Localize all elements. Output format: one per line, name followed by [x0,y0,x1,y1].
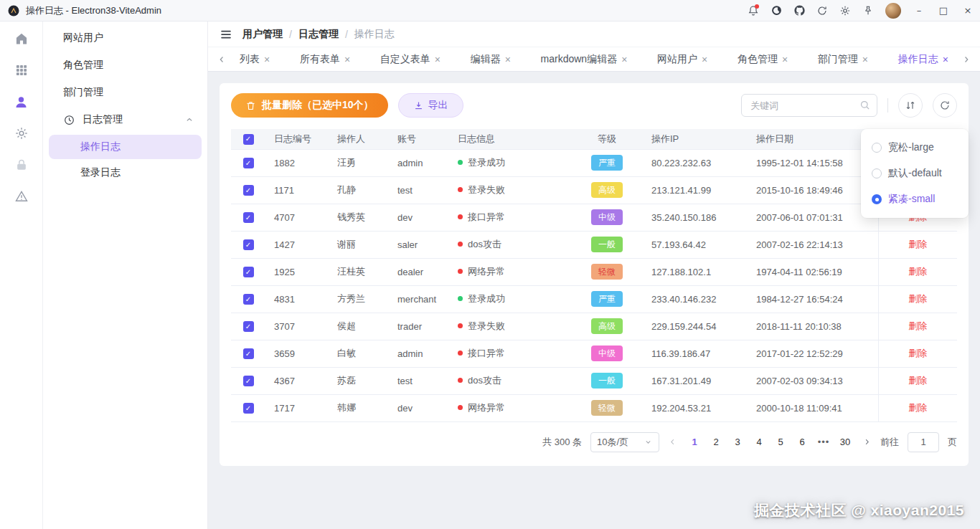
sidebar-item-operation-log[interactable]: 操作日志 [49,135,202,159]
row-checkbox[interactable]: ✓ [243,321,254,332]
cell-message: dos攻击 [449,367,571,394]
refresh-table-button[interactable] [933,93,957,118]
keyword-search-input[interactable] [741,94,877,117]
close-icon[interactable]: × [702,54,707,65]
level-badge: 一般 [591,373,623,389]
page-number-5[interactable]: 5 [772,437,789,447]
cell-operator: 钱秀英 [329,204,389,231]
row-checkbox[interactable]: ✓ [243,212,254,223]
page-size-select[interactable]: 10条/页 [590,432,659,452]
breadcrumb-item-user-management[interactable]: 用户管理 [242,28,283,41]
close-icon[interactable]: × [943,54,948,65]
breadcrumb-item-log-management[interactable]: 日志管理 [298,28,339,41]
tab-editor[interactable]: 编辑器× [471,53,511,66]
bell-icon[interactable] [742,0,765,22]
cell-message: 登录成功 [449,149,571,176]
tab-department-management[interactable]: 部门管理× [818,53,868,66]
delete-link[interactable]: 删除 [908,348,927,358]
minimize-button[interactable]: – [907,0,931,22]
page-number-2[interactable]: 2 [707,437,725,447]
delete-link[interactable]: 删除 [908,239,927,249]
cell-level: 中级 [571,340,643,367]
warning-icon[interactable] [9,184,34,209]
delete-link[interactable]: 删除 [908,320,927,331]
pin-icon[interactable] [857,0,880,22]
density-option-default[interactable]: 默认-default [861,161,969,186]
tabs-scroll-right-icon[interactable] [960,54,973,65]
sidebar-item-website-users[interactable]: 网站用户 [43,24,207,52]
density-button[interactable] [898,93,923,118]
sidebar-group-log-management[interactable]: 日志管理 [43,106,207,133]
message-text: dos攻击 [468,239,501,249]
select-all-checkbox[interactable]: ✓ [243,134,254,145]
maximize-button[interactable]: □ [931,0,956,22]
sidebar-item-role-management[interactable]: 角色管理 [43,52,207,79]
theme-icon[interactable] [765,0,788,22]
tab-role-management[interactable]: 角色管理× [738,53,788,66]
home-icon[interactable] [9,26,34,52]
tab-website-users[interactable]: 网站用户× [657,53,707,66]
tab-markdown-editor[interactable]: markdown编辑器× [541,53,628,66]
refresh-icon[interactable] [811,0,834,22]
delete-link[interactable]: 删除 [908,266,927,277]
cell-date: 2017-01-22 12:52:29 [748,340,878,367]
close-icon[interactable]: × [862,54,868,65]
row-checkbox[interactable]: ✓ [243,403,254,414]
tab-list[interactable]: 列表× [240,53,270,66]
sidebar-item-department-management[interactable]: 部门管理 [43,79,207,106]
close-icon[interactable]: × [264,54,270,65]
collapse-menu-icon[interactable] [220,28,232,41]
page-number-1[interactable]: 1 [686,437,703,447]
row-checkbox[interactable]: ✓ [243,376,254,386]
tabs-scroll-left-icon[interactable] [215,54,228,65]
page-number-4[interactable]: 4 [750,437,768,447]
prev-page-button[interactable] [668,437,677,447]
row-checkbox[interactable]: ✓ [243,348,254,359]
goto-page-input[interactable] [908,432,939,452]
row-checkbox[interactable]: ✓ [243,294,254,305]
gear-icon[interactable] [9,120,34,146]
close-icon[interactable]: × [435,54,440,65]
page-number-3[interactable]: 3 [729,437,746,447]
close-icon[interactable]: × [505,54,511,65]
delete-link[interactable]: 删除 [908,375,927,386]
export-button[interactable]: 导出 [398,93,463,118]
apps-grid-icon[interactable] [9,57,34,83]
column-header-date: 操作日期 [748,129,878,149]
close-icon[interactable]: × [621,54,627,65]
close-icon[interactable]: × [344,54,350,65]
row-select-cell: ✓ [231,313,265,340]
next-page-button[interactable] [862,437,872,447]
message-text: 接口异常 [468,211,505,222]
goto-unit: 页 [948,436,957,449]
row-checkbox[interactable]: ✓ [243,158,254,168]
row-checkbox[interactable]: ✓ [243,239,254,250]
pages-ellipsis[interactable]: ••• [815,437,832,447]
page-number-30[interactable]: 30 [837,437,854,447]
cell-level: 一般 [571,367,643,394]
tab-operation-log[interactable]: 操作日志× [898,53,948,66]
github-icon[interactable] [788,0,811,22]
delete-link[interactable]: 删除 [908,293,927,304]
delete-link[interactable]: 删除 [908,402,927,413]
page-number-6[interactable]: 6 [793,437,811,447]
density-option-large[interactable]: 宽松-large [861,135,969,161]
sidebar-item-login-log[interactable]: 登录日志 [49,161,202,185]
user-avatar[interactable] [885,3,901,19]
row-select-cell: ✓ [231,394,265,421]
tab-custom-form[interactable]: 自定义表单× [380,53,440,66]
row-checkbox[interactable]: ✓ [243,185,254,196]
tab-all-forms[interactable]: 所有表单× [300,53,350,66]
close-button[interactable]: × [956,0,980,22]
level-badge: 一般 [591,237,623,252]
row-checkbox[interactable]: ✓ [243,267,254,277]
close-icon[interactable]: × [782,54,788,65]
cell-operator: 侯超 [329,313,389,340]
batch-delete-button[interactable]: 批量删除（已选中10个） [231,93,388,118]
users-icon[interactable] [9,89,34,115]
density-option-small[interactable]: 紧凑-small [861,186,969,212]
status-dot-icon [458,187,463,192]
settings-gear-icon[interactable] [834,0,857,22]
lock-icon[interactable] [9,152,34,178]
search-icon [859,99,871,114]
